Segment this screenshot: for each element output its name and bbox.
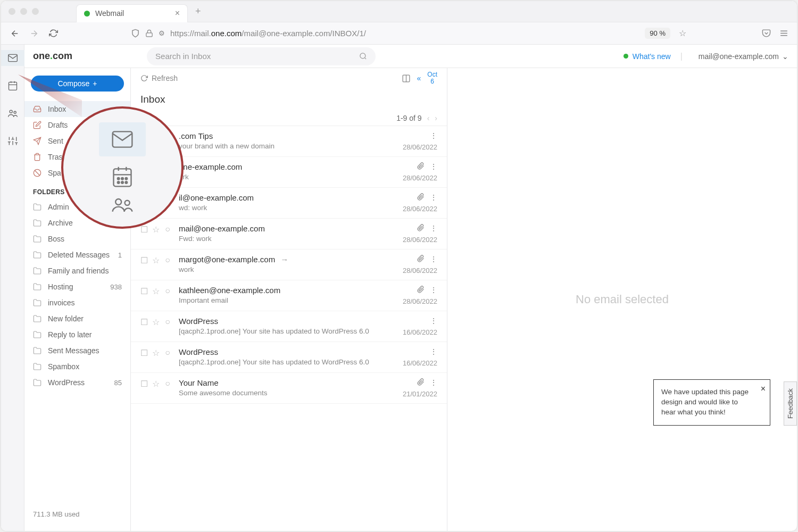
toast-text: We have updated this page design and wou… xyxy=(661,388,749,416)
folder-icon xyxy=(33,346,41,355)
svg-rect-0 xyxy=(146,33,152,37)
menu-icon[interactable] xyxy=(779,29,788,38)
back-button[interactable] xyxy=(10,28,20,39)
message-row[interactable]: ☐☆○margot@one-example.com→work⋮28/06/202… xyxy=(131,250,447,280)
feedback-tab[interactable]: Feedback xyxy=(784,381,797,426)
row-unread-icon[interactable]: ○ xyxy=(164,318,171,326)
account-menu[interactable]: mail@one-example.com ⌄ xyxy=(699,52,788,61)
folder-icon xyxy=(33,330,41,339)
message-row[interactable]: ☐☆○mail@one-example.comFwd: work⋮28/06/2… xyxy=(131,219,447,250)
forward-button[interactable] xyxy=(29,28,39,39)
message-row[interactable]: ☐☆○WordPress[qacph2.1prod.one] Your site… xyxy=(131,342,447,373)
reload-button[interactable] xyxy=(48,28,59,39)
row-unread-icon[interactable]: ○ xyxy=(164,287,171,295)
row-checkbox[interactable]: ☐ xyxy=(140,318,148,326)
attachment-icon xyxy=(417,224,425,232)
zoom-indicator[interactable]: 90 % xyxy=(645,28,670,39)
row-more-icon[interactable]: ⋮ xyxy=(430,317,437,325)
attachment-icon xyxy=(417,193,425,202)
magnified-mail-icon xyxy=(99,122,146,156)
rail-calendar-icon[interactable] xyxy=(1,78,24,94)
folder-item[interactable]: New folder xyxy=(24,311,130,327)
row-star-icon[interactable]: ☆ xyxy=(152,256,160,264)
whats-new-label: What's new xyxy=(633,52,671,61)
browser-tab[interactable]: Webmail × xyxy=(76,4,188,22)
row-checkbox[interactable]: ☐ xyxy=(140,226,148,233)
whats-new-link[interactable]: What's new xyxy=(624,52,671,61)
permissions-icon[interactable]: ⚙ xyxy=(159,29,165,37)
row-more-icon[interactable]: ⋮ xyxy=(430,255,437,263)
row-more-icon[interactable]: ⋮ xyxy=(430,162,437,171)
row-star-icon[interactable]: ☆ xyxy=(152,349,160,356)
message-row[interactable]: ☐☆○kathleen@one-example.comImportant ema… xyxy=(131,280,447,311)
row-more-icon[interactable]: ⋮ xyxy=(430,193,437,202)
message-subject: your brand with a new domain xyxy=(179,142,403,150)
message-row[interactable]: ☐☆○Your NameSome awesome documents⋮21/01… xyxy=(131,373,447,404)
row-star-icon[interactable]: ☆ xyxy=(152,287,160,295)
refresh-button[interactable]: Refresh xyxy=(140,74,178,82)
row-unread-icon[interactable]: ○ xyxy=(164,380,171,387)
pagination-text: 1-9 of 9 xyxy=(396,114,421,122)
collapse-icon[interactable]: « xyxy=(417,74,421,82)
row-more-icon[interactable]: ⋮ xyxy=(430,224,437,232)
svg-point-35 xyxy=(126,178,128,180)
folder-item[interactable]: Spambox xyxy=(24,359,130,375)
message-from: il@one-example.com xyxy=(179,193,403,202)
traffic-light-max[interactable] xyxy=(32,8,39,15)
folder-icon xyxy=(33,282,41,291)
folder-item[interactable]: invoices xyxy=(24,295,130,311)
folder-item[interactable]: Deleted Messages1 xyxy=(24,247,130,263)
layout-toggle-icon[interactable] xyxy=(402,74,411,83)
tab-close-icon[interactable]: × xyxy=(175,9,180,18)
row-more-icon[interactable]: ⋮ xyxy=(430,286,437,294)
row-more-icon[interactable]: ⋮ xyxy=(430,131,437,140)
message-date: 28/06/2022 xyxy=(403,267,437,275)
next-page-button[interactable]: › xyxy=(435,114,437,122)
rail-settings-icon[interactable] xyxy=(1,133,24,149)
new-tab-button[interactable]: + xyxy=(195,6,201,17)
folder-item[interactable]: Hosting938 xyxy=(24,279,130,295)
row-checkbox[interactable]: ☐ xyxy=(140,256,148,264)
spam-icon xyxy=(33,169,41,177)
folder-item[interactable]: Reply to later xyxy=(24,327,130,343)
attachment-icon xyxy=(417,162,425,171)
pocket-icon[interactable] xyxy=(762,29,771,38)
row-unread-icon[interactable]: ○ xyxy=(164,256,171,264)
row-checkbox[interactable]: ☐ xyxy=(140,287,148,295)
row-unread-icon[interactable]: ○ xyxy=(164,226,171,233)
folder-item[interactable]: Family and friends xyxy=(24,263,130,279)
svg-point-36 xyxy=(118,181,120,184)
lock-icon[interactable] xyxy=(145,29,153,37)
rail-contacts-icon[interactable] xyxy=(1,105,24,121)
row-star-icon[interactable]: ☆ xyxy=(152,380,160,387)
folder-icon xyxy=(33,362,41,371)
message-date: 28/06/2022 xyxy=(403,236,437,244)
row-star-icon[interactable]: ☆ xyxy=(152,318,160,326)
search-placeholder: Search in Inbox xyxy=(155,52,211,61)
row-star-icon[interactable]: ☆ xyxy=(152,226,160,233)
row-checkbox[interactable]: ☐ xyxy=(140,380,148,387)
search-input[interactable]: Search in Inbox xyxy=(147,47,376,65)
app-rail xyxy=(1,45,24,531)
prev-page-button[interactable]: ‹ xyxy=(427,114,430,122)
row-more-icon[interactable]: ⋮ xyxy=(430,378,437,387)
traffic-light-min[interactable] xyxy=(20,8,27,15)
message-row[interactable]: ☐☆○WordPress[qacph2.1prod.one] Your site… xyxy=(131,311,447,342)
bookmark-star-icon[interactable]: ☆ xyxy=(679,28,686,38)
message-subject: work xyxy=(179,265,403,273)
toast-close-button[interactable]: × xyxy=(761,383,766,395)
current-date: Oct6 xyxy=(427,71,437,85)
reply-icon: → xyxy=(280,255,288,264)
rail-mail-icon[interactable] xyxy=(1,50,24,66)
magnified-calendar-icon xyxy=(111,165,134,188)
folder-item[interactable]: WordPress85 xyxy=(24,375,130,390)
folder-icon xyxy=(33,267,41,275)
shield-icon[interactable] xyxy=(131,29,140,38)
traffic-light-close[interactable] xyxy=(9,8,15,15)
row-unread-icon[interactable]: ○ xyxy=(164,349,171,356)
row-more-icon[interactable]: ⋮ xyxy=(430,347,437,356)
address-bar[interactable]: https://mail.one.com/mail@one-example.co… xyxy=(170,29,366,38)
row-checkbox[interactable]: ☐ xyxy=(140,349,148,356)
folder-item[interactable]: Boss xyxy=(24,231,130,247)
folder-item[interactable]: Sent Messages xyxy=(24,343,130,359)
